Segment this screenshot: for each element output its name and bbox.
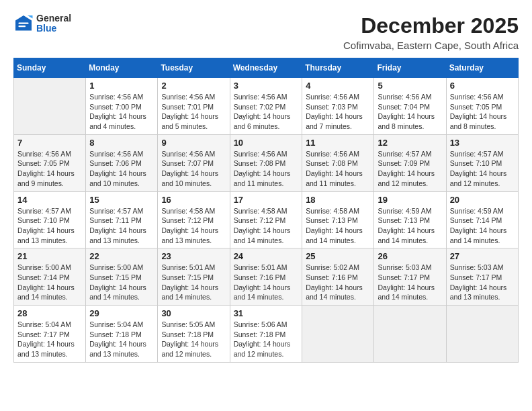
day-info: Sunrise: 5:03 AM Sunset: 7:17 PM Dayligh… <box>378 263 442 302</box>
day-info: Sunrise: 4:58 AM Sunset: 7:13 PM Dayligh… <box>306 206 370 246</box>
day-info: Sunrise: 4:57 AM Sunset: 7:10 PM Dayligh… <box>17 206 82 246</box>
calendar-cell: 15Sunrise: 4:57 AM Sunset: 7:11 PM Dayli… <box>86 191 158 248</box>
day-info: Sunrise: 4:57 AM Sunset: 7:10 PM Dayligh… <box>450 149 515 189</box>
calendar-cell: 26Sunrise: 5:03 AM Sunset: 7:17 PM Dayli… <box>374 248 446 306</box>
calendar-cell <box>446 306 518 363</box>
calendar-cell: 13Sunrise: 4:57 AM Sunset: 7:10 PM Dayli… <box>446 134 518 191</box>
calendar-cell: 31Sunrise: 5:06 AM Sunset: 7:18 PM Dayli… <box>230 306 302 363</box>
day-number: 14 <box>17 195 82 205</box>
calendar-cell: 28Sunrise: 5:04 AM Sunset: 7:17 PM Dayli… <box>14 306 86 363</box>
logo-blue-text: Blue <box>36 24 71 34</box>
calendar-cell: 4Sunrise: 4:56 AM Sunset: 7:03 PM Daylig… <box>302 78 374 135</box>
day-info: Sunrise: 4:57 AM Sunset: 7:11 PM Dayligh… <box>89 206 154 246</box>
calendar-cell: 19Sunrise: 4:59 AM Sunset: 7:13 PM Dayli… <box>374 191 446 248</box>
day-number: 13 <box>450 138 515 148</box>
col-header-sunday: Sunday <box>14 58 86 78</box>
calendar-cell <box>374 306 446 363</box>
day-number: 23 <box>161 251 226 261</box>
day-number: 24 <box>234 251 299 261</box>
day-number: 9 <box>161 138 226 148</box>
day-info: Sunrise: 4:58 AM Sunset: 7:12 PM Dayligh… <box>234 206 299 246</box>
calendar-cell: 10Sunrise: 4:56 AM Sunset: 7:08 PM Dayli… <box>230 134 302 191</box>
day-info: Sunrise: 5:04 AM Sunset: 7:17 PM Dayligh… <box>17 320 82 359</box>
day-info: Sunrise: 4:56 AM Sunset: 7:02 PM Dayligh… <box>234 92 299 132</box>
day-number: 6 <box>450 81 515 91</box>
page-subtitle: Cofimvaba, Eastern Cape, South Africa <box>343 40 519 51</box>
calendar-cell: 27Sunrise: 5:03 AM Sunset: 7:17 PM Dayli… <box>446 248 518 306</box>
page-title: December 2025 <box>343 13 519 38</box>
day-number: 7 <box>17 138 82 148</box>
day-info: Sunrise: 4:56 AM Sunset: 7:07 PM Dayligh… <box>161 149 226 189</box>
calendar-cell: 20Sunrise: 4:59 AM Sunset: 7:14 PM Dayli… <box>446 191 518 248</box>
col-header-friday: Friday <box>374 58 446 78</box>
week-row-3: 14Sunrise: 4:57 AM Sunset: 7:10 PM Dayli… <box>14 191 519 248</box>
title-block: December 2025 Cofimvaba, Eastern Cape, S… <box>343 13 519 51</box>
day-number: 2 <box>161 81 226 91</box>
logo-general-text: General <box>36 13 71 24</box>
day-number: 1 <box>89 81 154 91</box>
day-number: 16 <box>161 195 226 205</box>
svg-rect-2 <box>19 23 29 24</box>
calendar-cell: 1Sunrise: 4:56 AM Sunset: 7:00 PM Daylig… <box>86 78 158 135</box>
col-header-saturday: Saturday <box>446 58 518 78</box>
calendar-cell: 23Sunrise: 5:01 AM Sunset: 7:15 PM Dayli… <box>158 248 230 306</box>
calendar-cell: 22Sunrise: 5:00 AM Sunset: 7:15 PM Dayli… <box>86 248 158 306</box>
calendar-cell: 16Sunrise: 4:58 AM Sunset: 7:12 PM Dayli… <box>158 191 230 248</box>
day-info: Sunrise: 5:00 AM Sunset: 7:15 PM Dayligh… <box>89 263 154 302</box>
day-info: Sunrise: 5:04 AM Sunset: 7:18 PM Dayligh… <box>89 320 154 359</box>
calendar-cell: 17Sunrise: 4:58 AM Sunset: 7:12 PM Dayli… <box>230 191 302 248</box>
calendar-cell: 18Sunrise: 4:58 AM Sunset: 7:13 PM Dayli… <box>302 191 374 248</box>
calendar-cell: 9Sunrise: 4:56 AM Sunset: 7:07 PM Daylig… <box>158 134 230 191</box>
calendar-cell: 24Sunrise: 5:01 AM Sunset: 7:16 PM Dayli… <box>230 248 302 306</box>
day-number: 29 <box>89 308 154 318</box>
day-info: Sunrise: 4:56 AM Sunset: 7:01 PM Dayligh… <box>161 92 226 132</box>
calendar-cell: 8Sunrise: 4:56 AM Sunset: 7:06 PM Daylig… <box>86 134 158 191</box>
col-header-monday: Monday <box>86 58 158 78</box>
day-info: Sunrise: 5:00 AM Sunset: 7:14 PM Dayligh… <box>17 263 82 302</box>
calendar-cell: 7Sunrise: 4:56 AM Sunset: 7:05 PM Daylig… <box>14 134 86 191</box>
day-number: 28 <box>17 308 82 318</box>
day-number: 8 <box>89 138 154 148</box>
logo-icon <box>13 13 34 34</box>
col-header-wednesday: Wednesday <box>230 58 302 78</box>
day-info: Sunrise: 4:56 AM Sunset: 7:05 PM Dayligh… <box>450 92 515 132</box>
calendar-cell: 3Sunrise: 4:56 AM Sunset: 7:02 PM Daylig… <box>230 78 302 135</box>
day-number: 3 <box>234 81 299 91</box>
day-info: Sunrise: 5:05 AM Sunset: 7:18 PM Dayligh… <box>161 320 226 359</box>
svg-rect-3 <box>19 26 26 27</box>
calendar-cell: 2Sunrise: 4:56 AM Sunset: 7:01 PM Daylig… <box>158 78 230 135</box>
calendar-cell: 21Sunrise: 5:00 AM Sunset: 7:14 PM Dayli… <box>14 248 86 306</box>
page-header: General Blue December 2025 Cofimvaba, Ea… <box>13 13 519 51</box>
calendar-cell: 30Sunrise: 5:05 AM Sunset: 7:18 PM Dayli… <box>158 306 230 363</box>
day-info: Sunrise: 4:59 AM Sunset: 7:13 PM Dayligh… <box>378 206 442 246</box>
day-number: 17 <box>234 195 299 205</box>
calendar-cell <box>14 78 86 135</box>
calendar-cell: 11Sunrise: 4:56 AM Sunset: 7:08 PM Dayli… <box>302 134 374 191</box>
day-number: 31 <box>234 308 299 318</box>
day-number: 25 <box>306 251 370 261</box>
week-row-2: 7Sunrise: 4:56 AM Sunset: 7:05 PM Daylig… <box>14 134 519 191</box>
day-number: 11 <box>306 138 370 148</box>
day-number: 30 <box>161 308 226 318</box>
day-info: Sunrise: 4:56 AM Sunset: 7:00 PM Dayligh… <box>89 92 154 132</box>
svg-marker-1 <box>28 15 33 19</box>
day-number: 15 <box>89 195 154 205</box>
day-info: Sunrise: 5:01 AM Sunset: 7:15 PM Dayligh… <box>161 263 226 302</box>
day-info: Sunrise: 4:56 AM Sunset: 7:06 PM Dayligh… <box>89 149 154 189</box>
col-header-thursday: Thursday <box>302 58 374 78</box>
day-number: 5 <box>378 81 442 91</box>
calendar-cell: 25Sunrise: 5:02 AM Sunset: 7:16 PM Dayli… <box>302 248 374 306</box>
calendar-cell: 12Sunrise: 4:57 AM Sunset: 7:09 PM Dayli… <box>374 134 446 191</box>
day-number: 20 <box>450 195 515 205</box>
calendar-cell <box>302 306 374 363</box>
day-info: Sunrise: 4:58 AM Sunset: 7:12 PM Dayligh… <box>161 206 226 246</box>
day-number: 4 <box>306 81 370 91</box>
calendar-cell: 14Sunrise: 4:57 AM Sunset: 7:10 PM Dayli… <box>14 191 86 248</box>
week-row-4: 21Sunrise: 5:00 AM Sunset: 7:14 PM Dayli… <box>14 248 519 306</box>
day-info: Sunrise: 5:03 AM Sunset: 7:17 PM Dayligh… <box>450 263 515 302</box>
calendar-cell: 6Sunrise: 4:56 AM Sunset: 7:05 PM Daylig… <box>446 78 518 135</box>
day-number: 26 <box>378 251 442 261</box>
col-header-tuesday: Tuesday <box>158 58 230 78</box>
day-number: 21 <box>17 251 82 261</box>
day-info: Sunrise: 4:56 AM Sunset: 7:08 PM Dayligh… <box>306 149 370 189</box>
